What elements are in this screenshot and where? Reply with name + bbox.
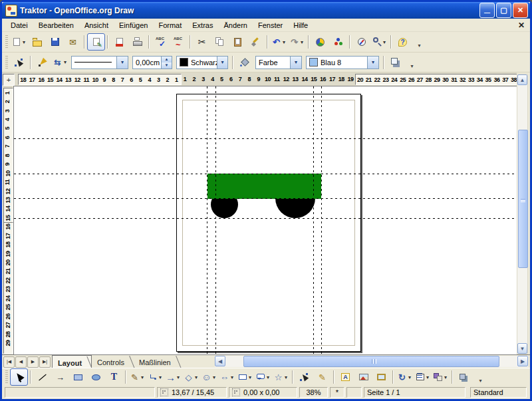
edit-points-button[interactable] [10, 54, 28, 71]
menu-datei[interactable]: Datei [5, 20, 33, 31]
toolbar-options-button[interactable]: ▾ [475, 369, 485, 385]
align-dropdown-icon[interactable]: ▾ [426, 374, 431, 380]
flowchart-button[interactable]: ▾ [236, 368, 254, 386]
status-size-cell[interactable]: 0,00 x 0,00 [229, 387, 297, 398]
zoom-button[interactable]: ▾ [370, 33, 388, 51]
line-style-select[interactable]: ▾ [71, 56, 128, 69]
line-button[interactable] [33, 368, 51, 386]
status-page-cell[interactable]: Seite 1 / 1 [364, 387, 466, 398]
cut-button[interactable] [193, 33, 211, 51]
flowchart-dropdown-icon[interactable]: ▾ [249, 374, 253, 380]
connector-dropdown-icon[interactable]: ▾ [159, 374, 164, 380]
connector-button[interactable]: ▾ [146, 368, 164, 386]
autospellcheck-button[interactable] [170, 33, 188, 51]
vertical-scrollbar[interactable]: ▲ ▼ [517, 74, 528, 354]
edit-file-button[interactable] [87, 33, 105, 51]
line-width-spinner[interactable]: 0,00cm ▲▼ [132, 56, 172, 69]
spellcheck-button[interactable] [152, 33, 170, 51]
align-button[interactable]: ▾ [414, 368, 432, 386]
gallery-draw-button[interactable] [372, 368, 390, 386]
paste-button[interactable] [229, 33, 247, 51]
menu-hilfe[interactable]: Hilfe [288, 20, 313, 31]
arrow-button[interactable] [51, 368, 69, 386]
horizontal-ruler[interactable]: 1817161514131211109876543211234567891011… [15, 72, 517, 86]
guide-horizontal-1[interactable] [14, 138, 517, 139]
scroll-right-button[interactable]: ▶ [517, 356, 528, 366]
text-button[interactable] [105, 368, 123, 386]
block-arrow-button[interactable]: ▾ [164, 368, 182, 386]
arrow-shapes-button[interactable]: ▾ [218, 368, 236, 386]
horizontal-scrollbar[interactable]: ◀ ▶ [215, 356, 528, 367]
fill-type-select[interactable]: Farbe ▾ [255, 56, 302, 69]
fill-color-select[interactable]: Blau 8 ▾ [306, 56, 379, 69]
undo-dropdown-icon[interactable]: ▾ [283, 39, 287, 45]
email-button[interactable] [64, 33, 82, 51]
print-button[interactable] [128, 33, 146, 51]
tab-first-button[interactable]: |◀ [3, 356, 15, 368]
glue-points-button[interactable] [313, 368, 331, 386]
line-dialog-button[interactable] [33, 54, 51, 71]
fill-color-dropdown-icon[interactable]: ▾ [367, 57, 378, 68]
line-color-dropdown-icon[interactable]: ▾ [217, 57, 227, 68]
tab-ma-linien[interactable]: Maßlinien [134, 355, 180, 368]
rotate-button[interactable]: ▾ [396, 368, 414, 386]
guide-horizontal-2[interactable] [14, 174, 517, 174]
guide-horizontal-4[interactable] [14, 218, 517, 219]
redo-button[interactable]: ▾ [288, 33, 306, 51]
tab-controls[interactable]: Controls [92, 355, 134, 368]
arrow-style-button[interactable]: ▾ [51, 54, 69, 71]
format-paintbrush-button[interactable] [247, 33, 265, 51]
horizontal-scroll-thumb[interactable] [243, 356, 499, 367]
callout-dropdown-icon[interactable]: ▾ [267, 374, 271, 380]
line-style-dropdown-icon[interactable]: ▾ [116, 57, 128, 68]
undo-button[interactable]: ▾ [270, 33, 288, 51]
chart-button[interactable] [311, 33, 329, 51]
fontwork-button[interactable] [336, 368, 354, 386]
select-button[interactable] [10, 368, 28, 386]
curve-dropdown-icon[interactable]: ▾ [141, 374, 146, 380]
ellipse-button[interactable] [87, 368, 105, 386]
guide-vertical-2[interactable] [215, 86, 216, 354]
tab-prev-button[interactable]: ◀ [15, 356, 27, 368]
guide-vertical-1[interactable] [207, 86, 207, 354]
new-dropdown-icon[interactable]: ▾ [23, 39, 27, 45]
rect-button[interactable] [69, 368, 87, 386]
guide-vertical-3[interactable] [313, 86, 314, 354]
open-button[interactable] [28, 33, 46, 51]
document-close-button[interactable]: ✕ [518, 21, 525, 30]
basic-shapes-dropdown-icon[interactable]: ▾ [195, 374, 200, 380]
status-position-cell[interactable]: 13,67 / 15,45 [157, 387, 227, 398]
vertical-scroll-thumb[interactable] [518, 130, 528, 268]
arrow-shapes-dropdown-icon[interactable]: ▾ [231, 374, 235, 380]
drawing-canvas[interactable] [13, 86, 517, 354]
toolbar-grip[interactable] [5, 56, 8, 69]
spin-down-icon[interactable]: ▼ [162, 63, 172, 68]
menu-einf-gen[interactable]: Einfügen [114, 20, 153, 31]
help-button[interactable] [394, 33, 412, 51]
menu-fenster[interactable]: Fenster [253, 20, 288, 31]
maximize-button[interactable]: ▢ [496, 3, 511, 18]
stars-dropdown-icon[interactable]: ▾ [285, 374, 289, 380]
tab-layout[interactable]: Layout [52, 355, 92, 368]
callout-button[interactable]: ▾ [254, 368, 272, 386]
arrange-dropdown-icon[interactable]: ▾ [444, 374, 449, 380]
symbol-shapes-button[interactable]: ▾ [200, 368, 218, 386]
ruler-origin-button[interactable]: + [3, 74, 15, 86]
curve-button[interactable]: ▾ [128, 368, 146, 386]
block-arrow-dropdown-icon[interactable]: ▾ [177, 374, 182, 380]
tractor-body[interactable] [207, 174, 321, 199]
arrange-button[interactable]: ▾ [432, 368, 450, 386]
guide-vertical-4[interactable] [321, 86, 322, 354]
scroll-down-button[interactable]: ▼ [517, 343, 527, 354]
tab-next-button[interactable]: ▶ [27, 356, 39, 368]
navigator-button[interactable] [352, 33, 370, 51]
toolbar-options-button[interactable]: ▾ [414, 34, 424, 50]
menu-ansicht[interactable]: Ansicht [79, 20, 114, 31]
menu-format[interactable]: Format [153, 20, 187, 31]
toolbar-grip[interactable] [5, 35, 8, 49]
redo-dropdown-icon[interactable]: ▾ [301, 39, 305, 45]
toolbar-grip[interactable] [5, 370, 8, 384]
new-button[interactable]: ▾ [10, 33, 28, 51]
stars-button[interactable]: ▾ [272, 368, 290, 386]
spin-up-icon[interactable]: ▲ [162, 57, 172, 63]
